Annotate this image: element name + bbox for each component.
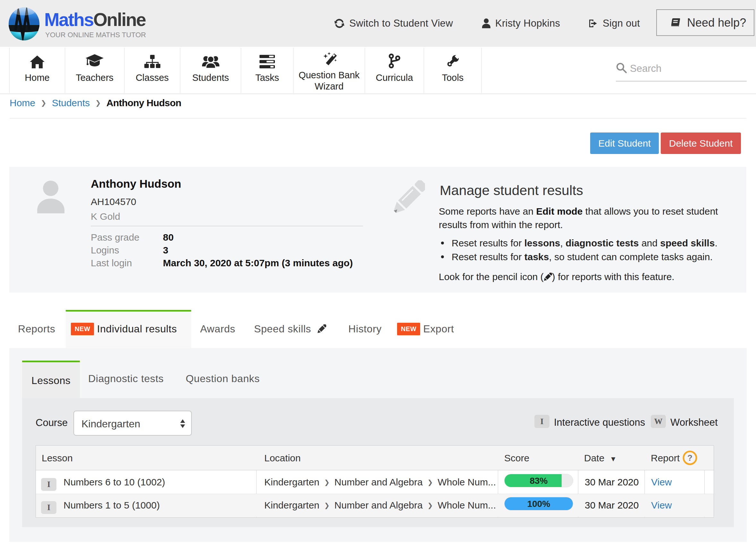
svg-text:?: ? (687, 453, 692, 463)
